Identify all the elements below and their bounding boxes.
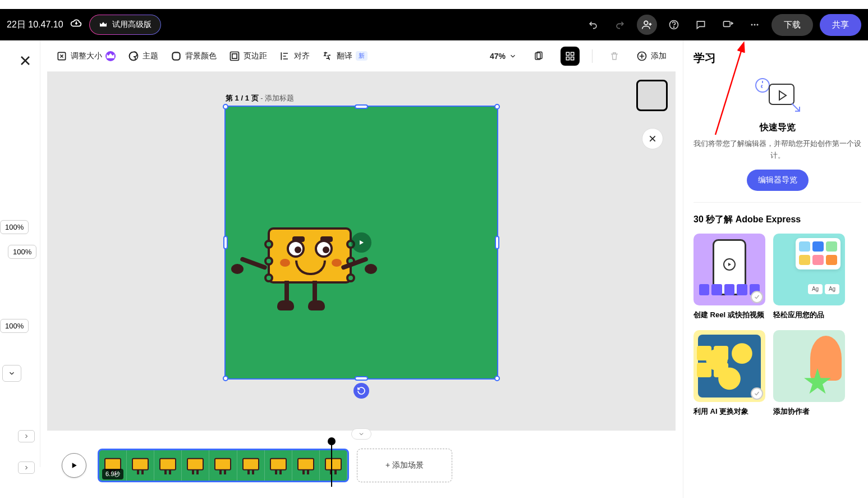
cloud-sync-icon <box>70 17 82 32</box>
pages-view-button[interactable] <box>529 47 548 66</box>
learn-panel: 学习 快速导览 我们将带您了解编辑器，并帮助您开始创作第一个设计。 编辑器导览 … <box>683 40 868 498</box>
svg-rect-9 <box>172 52 180 60</box>
margin-tool[interactable]: 页边距 <box>229 51 267 62</box>
selection-handle-l[interactable] <box>223 236 228 249</box>
help-button[interactable] <box>664 15 684 35</box>
undo-button[interactable] <box>583 15 603 35</box>
grid-view-button[interactable] <box>561 47 580 66</box>
selection-handle-tl[interactable] <box>223 104 228 109</box>
selection-handle-br[interactable] <box>494 376 500 381</box>
artboard[interactable] <box>226 107 497 378</box>
timeline-play-button[interactable] <box>62 453 86 478</box>
selection-handle-b[interactable] <box>355 376 368 381</box>
thirty-sec-title: 30 秒了解 Adobe Express <box>694 214 861 226</box>
crown-icon <box>99 20 108 29</box>
present-button[interactable] <box>718 15 738 35</box>
svg-rect-17 <box>571 57 574 60</box>
svg-point-4 <box>751 24 753 26</box>
svg-rect-10 <box>231 52 239 60</box>
section-collapse-button[interactable] <box>2 365 21 382</box>
more-menu-button[interactable] <box>745 15 765 35</box>
opacity-value-3[interactable]: 100% <box>0 319 29 333</box>
align-tool[interactable]: 对齐 <box>279 51 310 62</box>
translate-tool[interactable]: 翻译 新 <box>322 51 368 62</box>
chevron-down-icon <box>509 52 517 60</box>
theme-icon <box>128 51 139 62</box>
check-icon <box>751 387 763 400</box>
learn-card-brand[interactable]: AgAg 轻松应用您的品 <box>773 234 845 320</box>
bgcolor-icon <box>171 51 182 62</box>
timeline: 6.9秒 + 添加场景 <box>47 431 676 498</box>
svg-point-0 <box>644 21 648 25</box>
timeline-clip[interactable] <box>98 449 349 482</box>
align-icon <box>279 51 291 62</box>
svg-rect-14 <box>566 52 569 55</box>
opacity-value-1[interactable]: 100% <box>0 220 29 234</box>
expand-row-1[interactable] <box>18 430 35 442</box>
premium-badge-icon <box>105 51 116 61</box>
tour-illustration <box>694 72 861 117</box>
resize-tool[interactable]: 调整大小 <box>56 51 116 62</box>
canvas-area[interactable]: 第 1 / 1 页 - 添加标题 <box>47 72 676 431</box>
learn-card-collaborators[interactable]: 添加协作者 <box>773 330 845 417</box>
add-scene-button[interactable]: + 添加场景 <box>357 449 452 482</box>
translate-icon <box>322 51 333 62</box>
theme-tool[interactable]: 主题 <box>128 51 158 62</box>
svg-rect-15 <box>571 52 574 55</box>
page-label[interactable]: 第 1 / 1 页 - 添加标题 <box>226 93 294 103</box>
resize-icon <box>56 51 67 62</box>
rotate-button[interactable] <box>353 383 369 399</box>
premium-label: 试用高级版 <box>112 20 151 30</box>
close-thumbnails-button[interactable] <box>642 128 663 149</box>
svg-rect-3 <box>724 21 731 26</box>
try-premium-button[interactable]: 试用高级版 <box>89 15 161 35</box>
selection-handle-t[interactable] <box>355 104 368 109</box>
share-button[interactable]: 共享 <box>820 14 861 36</box>
delete-button[interactable] <box>605 47 624 66</box>
download-button[interactable]: 下载 <box>771 14 813 36</box>
tour-title: 快速导览 <box>694 122 861 134</box>
opacity-value-2[interactable]: 100% <box>8 245 36 259</box>
svg-point-5 <box>754 24 756 26</box>
svg-rect-16 <box>566 57 569 60</box>
bgcolor-tool[interactable]: 背景颜色 <box>171 51 217 62</box>
page-thumbnail[interactable] <box>636 80 668 111</box>
svg-point-2 <box>673 27 674 28</box>
margin-icon <box>229 51 240 62</box>
close-panel-button[interactable] <box>19 54 32 67</box>
expand-row-2[interactable] <box>18 462 35 474</box>
selection-handle-tr[interactable] <box>494 104 500 109</box>
check-icon <box>751 291 763 303</box>
timeline-playhead[interactable] <box>331 442 332 487</box>
learn-title: 学习 <box>694 51 861 66</box>
comments-button[interactable] <box>691 15 711 35</box>
document-title: 22日 10.47.10 <box>7 19 63 31</box>
svg-point-6 <box>757 24 759 26</box>
add-button[interactable]: 添加 <box>636 51 667 62</box>
learn-card-reel[interactable]: 创建 Reel 或快拍视频 <box>694 234 765 320</box>
new-badge: 新 <box>356 51 368 61</box>
invite-user-button[interactable] <box>637 15 657 35</box>
collapse-timeline-button[interactable] <box>351 428 371 440</box>
selection-handle-bl[interactable] <box>223 376 228 381</box>
start-tour-button[interactable]: 编辑器导览 <box>747 170 809 191</box>
clip-duration-badge: 6.9秒 <box>102 469 123 479</box>
learn-card-ai-replace[interactable]: 利用 AI 更换对象 <box>694 330 765 417</box>
zoom-control[interactable]: 47% <box>490 52 517 61</box>
redo-button[interactable] <box>610 15 630 35</box>
svg-rect-20 <box>769 84 794 104</box>
tour-description: 我们将带您了解编辑器，并帮助您开始创作第一个设计。 <box>694 138 861 162</box>
play-animation-button[interactable] <box>351 232 371 253</box>
plus-circle-icon <box>636 51 647 62</box>
selection-handle-r[interactable] <box>495 236 499 249</box>
mascot-character[interactable] <box>242 216 366 328</box>
svg-rect-11 <box>232 53 237 58</box>
